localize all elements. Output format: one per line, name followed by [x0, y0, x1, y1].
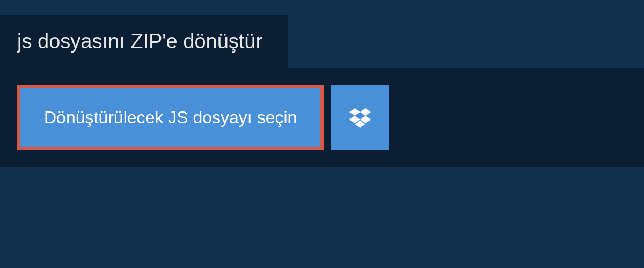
select-file-button[interactable]: Dönüştürülecek JS dosyayı seçin	[17, 85, 324, 150]
header-tab: js dosyasını ZIP'e dönüştür	[0, 15, 288, 68]
dropbox-button[interactable]	[331, 85, 389, 150]
button-row: Dönüştürülecek JS dosyayı seçin	[17, 85, 627, 150]
content-panel: Dönüştürülecek JS dosyayı seçin	[0, 68, 644, 167]
select-file-label: Dönüştürülecek JS dosyayı seçin	[44, 108, 297, 128]
page-title: js dosyasını ZIP'e dönüştür	[17, 30, 262, 53]
dropbox-icon	[349, 108, 371, 128]
